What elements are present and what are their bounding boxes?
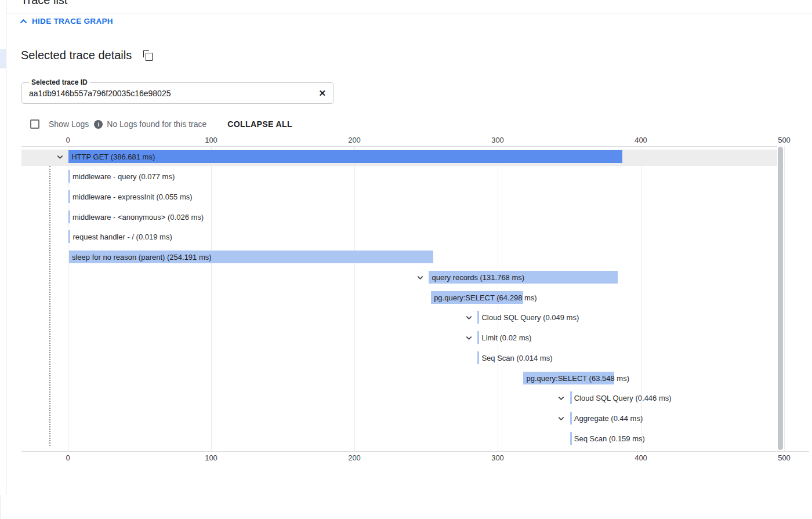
span-label: pg.query:SELECT (64.298 ms)	[434, 293, 537, 302]
page-title: Trace list	[21, 0, 67, 7]
span-label: Limit (0.02 ms)	[481, 333, 531, 342]
panel-left-edge	[1, 495, 1, 519]
axis-tick-label-bottom: 100	[205, 453, 217, 462]
expand-chevron-icon[interactable]	[556, 413, 567, 423]
chart-scrollbar-thumb[interactable]	[778, 147, 783, 450]
span-label: Aggregate (0.44 ms)	[574, 413, 643, 422]
span-row[interactable]: pg.query:SELECT (64.298 ms)	[21, 287, 777, 307]
span-row[interactable]: Limit (0.02 ms)	[21, 328, 777, 348]
span-tick-bar[interactable]	[570, 432, 572, 445]
collapse-all-button[interactable]: COLLAPSE ALL	[223, 116, 297, 132]
axis-tick-label-bottom: 200	[348, 453, 361, 462]
section-title: Selected trace details	[21, 49, 132, 62]
span-label: middleware - <anonymous> (0.026 ms)	[72, 212, 204, 221]
span-label: Seq Scan (0.159 ms)	[574, 434, 645, 442]
span-tick-bar[interactable]	[477, 331, 479, 344]
span-label: Seq Scan (0.014 ms)	[481, 353, 552, 362]
show-logs-label: Show Logs	[49, 119, 89, 129]
axis-tick-label-bottom: 300	[491, 453, 504, 462]
span-label: pg.query:SELECT (63.548 ms)	[526, 373, 629, 382]
expand-chevron-icon[interactable]	[55, 151, 65, 162]
span-row[interactable]: HTTP GET (386.681 ms)	[21, 146, 777, 166]
span-row[interactable]: middleware - query (0.077 ms)	[21, 166, 777, 187]
span-label: Cloud SQL Query (0.049 ms)	[481, 313, 579, 322]
span-row[interactable]: Cloud SQL Query (0.446 ms)	[21, 388, 777, 408]
hierarchy-guide-line	[49, 166, 50, 446]
trace-id-field: Selected trace ID ✕	[21, 82, 334, 104]
span-row[interactable]: Seq Scan (0.014 ms)	[21, 347, 777, 368]
span-tick-bar[interactable]	[68, 230, 70, 243]
span-row[interactable]: middleware - <anonymous> (0.026 ms)	[21, 206, 777, 227]
axis-tick-label-top: 0	[66, 136, 70, 144]
span-label: query records (131.768 ms)	[432, 273, 524, 281]
span-bar[interactable]: pg.query:SELECT (64.298 ms)	[431, 291, 523, 304]
chevron-up-icon	[19, 18, 28, 25]
expand-chevron-icon[interactable]	[556, 393, 567, 404]
span-tick-bar[interactable]	[68, 170, 70, 183]
span-tick-bar[interactable]	[570, 391, 572, 404]
logs-controls-row: Show Logs i No Logs found for this trace…	[30, 118, 297, 130]
span-row[interactable]: Cloud SQL Query (0.049 ms)	[21, 307, 777, 328]
expand-chevron-icon[interactable]	[415, 272, 425, 282]
show-logs-checkbox[interactable]	[30, 119, 39, 129]
span-label: request handler - / (0.019 ms)	[72, 233, 172, 241]
axis-tick-label-top: 100	[205, 136, 217, 144]
panel-scroll-indicator	[0, 49, 6, 68]
span-row[interactable]: middleware - expressInit (0.055 ms)	[21, 186, 777, 206]
clear-icon[interactable]: ✕	[318, 88, 326, 99]
axis-tick-label-bottom: 0	[66, 453, 70, 462]
span-label: Cloud SQL Query (0.446 ms)	[574, 394, 672, 402]
span-label: HTTP GET (386.681 ms)	[71, 152, 155, 161]
trace-id-input[interactable]	[29, 84, 307, 103]
span-bar[interactable]: sleep for no reason (parent) (254.191 ms…	[69, 251, 433, 263]
logs-status-text: No Logs found for this trace	[107, 119, 206, 129]
span-tick-bar[interactable]	[68, 210, 70, 223]
span-label: middleware - expressInit (0.055 ms)	[72, 192, 193, 201]
axis-tick-label-bottom: 400	[635, 453, 647, 462]
timeline-axis-line-bottom	[21, 451, 809, 452]
span-row[interactable]: Aggregate (0.44 ms)	[21, 408, 777, 428]
span-tick-bar[interactable]	[477, 311, 479, 324]
axis-tick-label-top: 400	[635, 136, 647, 144]
span-bar[interactable]: pg.query:SELECT (63.548 ms)	[523, 372, 614, 384]
info-icon[interactable]: i	[94, 120, 103, 129]
copy-icon[interactable]	[143, 50, 153, 60]
panel-left-divider	[6, 0, 6, 495]
expand-chevron-icon[interactable]	[463, 333, 474, 343]
span-tick-bar[interactable]	[570, 412, 572, 424]
span-row[interactable]: query records (131.768 ms)	[21, 267, 777, 287]
span-row[interactable]: request handler - / (0.019 ms)	[21, 227, 777, 247]
span-row[interactable]: pg.query:SELECT (63.548 ms)	[21, 368, 777, 388]
span-tick-bar[interactable]	[68, 190, 70, 203]
span-row[interactable]: Seq Scan (0.159 ms)	[21, 428, 777, 448]
span-label: sleep for no reason (parent) (254.191 ms…	[72, 253, 212, 262]
header-divider	[6, 13, 812, 13]
axis-tick-label-top: 300	[491, 136, 504, 144]
hide-trace-graph-label: HIDE TRACE GRAPH	[32, 17, 113, 26]
timeline-gridline	[784, 146, 785, 451]
span-tick-bar[interactable]	[477, 351, 479, 364]
expand-chevron-icon[interactable]	[463, 313, 474, 323]
axis-tick-label-bottom: 500	[778, 453, 791, 462]
span-bar[interactable]: query records (131.768 ms)	[429, 271, 617, 284]
span-label: middleware - query (0.077 ms)	[72, 172, 175, 181]
section-title-row: Selected trace details	[21, 49, 153, 62]
span-bar[interactable]: HTTP GET (386.681 ms)	[68, 150, 622, 163]
trace-waterfall-chart: 00100100200200300300400400500500HTTP GET…	[21, 137, 812, 470]
hide-trace-graph-button[interactable]: HIDE TRACE GRAPH	[19, 17, 113, 26]
trace-details-panel: Trace list HIDE TRACE GRAPH Selected tra…	[0, 0, 812, 519]
axis-tick-label-top: 500	[778, 136, 791, 144]
span-row[interactable]: sleep for no reason (parent) (254.191 ms…	[21, 247, 777, 267]
axis-tick-label-top: 200	[348, 136, 361, 144]
